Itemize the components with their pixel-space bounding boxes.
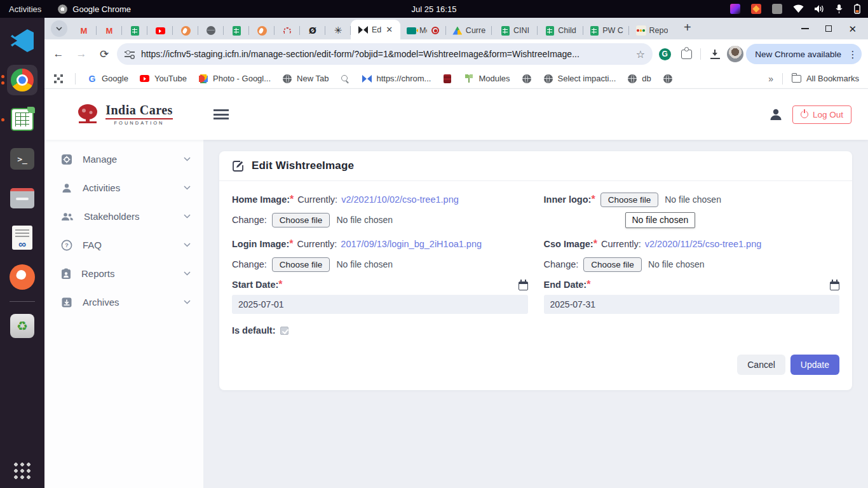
tab-globe[interactable] — [198, 22, 224, 39]
battery-icon[interactable] — [854, 4, 860, 14]
dock-item-libreoffice-calc[interactable] — [7, 104, 37, 135]
sidebar-item-faq[interactable]: ? FAQ — [44, 231, 203, 259]
bookmark-new-tab[interactable]: New Tab — [282, 74, 329, 84]
dock-item-terminal[interactable]: >_ — [7, 144, 37, 174]
back-button[interactable]: ← — [48, 44, 69, 64]
bookmark-red-logo[interactable] — [442, 74, 452, 84]
sidebar-item-stakeholders[interactable]: Stakeholders — [44, 202, 203, 231]
microphone-icon[interactable] — [836, 4, 843, 14]
bookmark-select-impact[interactable]: Select impacti... — [543, 74, 616, 84]
volume-icon[interactable] — [815, 4, 825, 13]
tab-sheets-2[interactable] — [224, 22, 249, 39]
menu-kebab-icon[interactable]: ⋮ — [848, 53, 858, 56]
cso-image-link[interactable]: v2/2020/11/25/cso-tree1.png — [645, 239, 762, 249]
tab-gmail-1[interactable]: M — [71, 22, 97, 39]
chat-icon[interactable] — [772, 4, 782, 14]
chrome-update-chip[interactable]: New Chrome available ⋮ — [746, 44, 862, 64]
sidebar-item-manage[interactable]: Manage — [44, 145, 203, 173]
dock-item-chrome[interactable] — [7, 65, 37, 95]
bookmark-globe-2[interactable] — [663, 74, 673, 84]
calendar-icon[interactable] — [519, 281, 528, 290]
bookmark-modules[interactable]: Modules — [464, 74, 510, 84]
new-tab-button[interactable]: + — [675, 20, 700, 37]
tab-chatgpt[interactable]: ✳ — [325, 22, 351, 39]
bookmarks-overflow-button[interactable]: » — [768, 74, 773, 84]
sidebar-toggle-hamburger-icon[interactable] — [214, 109, 229, 119]
downloads-icon[interactable] — [705, 44, 724, 64]
dock-item-postman[interactable] — [7, 262, 37, 292]
chevron-down-icon — [184, 300, 191, 304]
tab-child[interactable]: Child — [538, 22, 583, 39]
edit-form: Home Image:* Currently: v2/2021/10/02/cs… — [232, 181, 839, 336]
dock-item-trash[interactable]: ♻ — [7, 311, 37, 341]
calendar-icon[interactable] — [830, 281, 839, 290]
grammarly-extension-icon[interactable]: G — [655, 44, 674, 64]
bookmark-google[interactable]: GGoogle — [87, 74, 128, 84]
tab-orange-2[interactable] — [249, 22, 275, 39]
tab-gmail-2[interactable]: M — [97, 22, 122, 39]
cso-image-choose-file-button[interactable]: Choose file — [583, 257, 642, 272]
focused-app-menu[interactable]: Google Chrome — [58, 4, 131, 14]
tab-null[interactable]: Ø — [300, 22, 325, 39]
tab-red-arc[interactable] — [275, 22, 300, 39]
bookmark-search[interactable] — [340, 74, 350, 84]
url-text[interactable]: https://icfnv5-staging.icfn.in/manage-se… — [141, 49, 630, 59]
wifi-icon[interactable] — [793, 4, 804, 13]
focused-app-name: Google Chrome — [72, 4, 131, 14]
inner-logo-choose-file-button[interactable]: Choose file — [600, 193, 659, 207]
cancel-button[interactable]: Cancel — [737, 355, 785, 375]
sidebar-item-reports[interactable]: Reports — [44, 259, 203, 288]
tab-search-button[interactable] — [51, 20, 67, 37]
apps-grid-icon[interactable] — [53, 74, 64, 84]
omnibox[interactable]: https://icfnv5-staging.icfn.in/manage-se… — [117, 43, 653, 65]
user-icon[interactable] — [768, 107, 783, 122]
forward-button[interactable]: → — [71, 44, 92, 64]
tab-cini[interactable]: CINI — [492, 22, 538, 39]
tab-drive[interactable]: Curre — [446, 22, 492, 39]
bookmark-chrome-link[interactable]: https://chrom... — [362, 74, 431, 84]
profile-avatar[interactable] — [727, 46, 743, 62]
sidebar-item-archives[interactable]: Archives — [44, 288, 203, 316]
close-icon[interactable]: ✕ — [848, 24, 857, 34]
sidebar-item-activities[interactable]: Activities — [44, 173, 203, 202]
tab-active-edit[interactable]: Ed ✕ — [351, 20, 400, 39]
site-settings-icon[interactable] — [125, 50, 135, 58]
home-image-link[interactable]: v2/2021/10/02/cso-tree1.png — [341, 194, 459, 205]
dock-item-files[interactable] — [7, 183, 37, 214]
tab-pw[interactable]: PW C — [583, 22, 629, 39]
tree-logo-icon — [75, 104, 100, 125]
update-button[interactable]: Update — [790, 355, 839, 375]
tab-repo[interactable]: Repo — [629, 22, 675, 39]
activities-button[interactable]: Activities — [9, 4, 41, 14]
tab-sheets-1[interactable] — [122, 22, 147, 39]
start-date-input[interactable] — [232, 295, 528, 314]
minimize-icon[interactable] — [801, 28, 809, 29]
logout-button[interactable]: Log Out — [792, 105, 851, 124]
home-image-choose-file-button[interactable]: Choose file — [272, 213, 330, 227]
dock-item-document-viewer[interactable] — [7, 222, 37, 253]
tab-close-icon[interactable]: ✕ — [386, 25, 393, 34]
dock-item-vscode[interactable] — [7, 25, 37, 56]
extensions-puzzle-icon[interactable] — [677, 44, 696, 64]
login-image-choose-file-button[interactable]: Choose file — [272, 257, 330, 272]
all-bookmarks-button[interactable]: All Bookmarks — [792, 74, 859, 84]
login-image-link[interactable]: 2017/09/13/login_bg_2iH1oa1.png — [341, 239, 482, 249]
restore-icon[interactable] — [825, 25, 832, 32]
tab-youtube[interactable] — [147, 22, 173, 39]
show-applications-button[interactable] — [13, 461, 32, 480]
end-date-input[interactable] — [544, 295, 840, 314]
system-tray[interactable] — [601, 4, 868, 14]
clock[interactable]: Jul 25 16:15 — [267, 4, 601, 14]
is-default-checkbox[interactable] — [280, 327, 288, 335]
bookmark-star-icon[interactable]: ☆ — [636, 48, 645, 60]
screen-recorder-icon[interactable] — [751, 4, 761, 14]
tab-meet[interactable]: Me — [400, 22, 446, 39]
brand-logo[interactable]: India Cares FOUNDATION — [44, 103, 203, 126]
bookmark-db[interactable]: db — [627, 74, 651, 84]
bookmark-youtube[interactable]: YouTube — [140, 74, 187, 84]
app-cube-icon[interactable] — [730, 4, 740, 14]
reload-button[interactable]: ⟳ — [94, 44, 114, 64]
bookmark-globe-1[interactable] — [522, 74, 532, 84]
bookmark-photos[interactable]: Photo - Googl... — [198, 74, 271, 84]
tab-orange-1[interactable] — [173, 22, 198, 39]
